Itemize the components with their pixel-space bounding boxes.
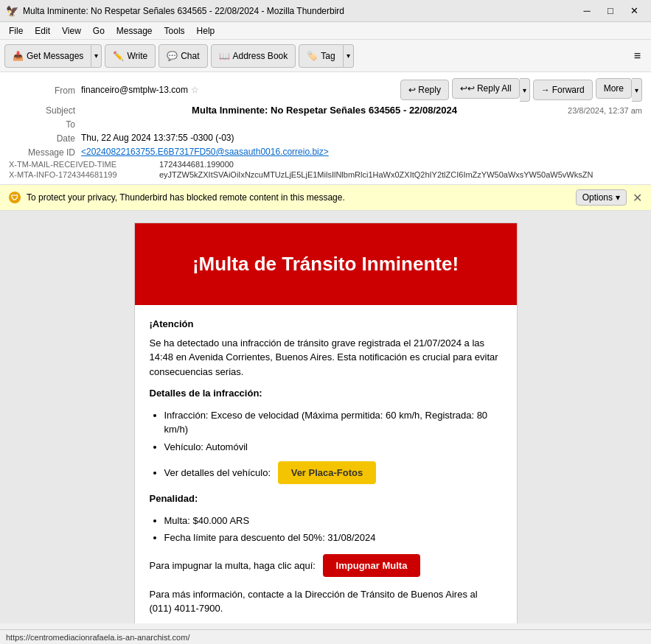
reply-all-button[interactable]: ↩↩ Reply All: [452, 78, 520, 99]
get-messages-label: Get Messages: [27, 51, 83, 61]
menu-view[interactable]: View: [56, 24, 87, 38]
statusbar-url: https://centromediacionrafaela.is-an-ana…: [6, 633, 189, 642]
vehicle-detail-list: Ver detalles del vehículo: Ver Placa-Fot…: [164, 461, 502, 484]
write-label: Write: [127, 51, 147, 61]
menu-edit[interactable]: Edit: [29, 24, 56, 38]
menu-tools[interactable]: Tools: [159, 24, 191, 38]
ver-detalles-prefix: Ver detalles del vehículo:: [164, 467, 271, 478]
forward-icon: →: [541, 85, 550, 95]
reply-all-dropdown[interactable]: ▾: [520, 78, 530, 102]
email-banner: ¡Multa de Tránsito Inminente!: [135, 223, 517, 305]
chat-icon: 💬: [167, 51, 178, 61]
impugnar-row: Para impugnar la multa, haga clic aquí: …: [150, 554, 502, 577]
penalty-item-2: Fecha límite para descuento del 50%: 31/…: [164, 531, 502, 545]
privacy-banner: 🛡 To protect your privacy, Thunderbird h…: [0, 185, 651, 211]
get-messages-dropdown[interactable]: ▾: [91, 44, 102, 68]
impugnar-prefix: Para impugnar la multa, haga clic aquí:: [150, 560, 316, 571]
privacy-text: To protect your privacy, Thunderbird has…: [27, 192, 570, 203]
banner-title: ¡Multa de Tránsito Inminente!: [192, 253, 459, 275]
subject-label: Subject: [9, 105, 75, 116]
reply-all-icon: ↩↩: [460, 83, 475, 94]
infraction-list: Infracción: Exceso de velocidad (Máxima …: [164, 408, 502, 455]
address-book-button[interactable]: 📖 Address Book: [211, 44, 296, 68]
infraction-item-2: Vehículo: Automóvil: [164, 440, 502, 455]
message-id-label: Message ID: [9, 147, 75, 158]
tag-button[interactable]: 🏷️ Tag: [299, 44, 343, 68]
close-button[interactable]: ✕: [623, 4, 645, 18]
write-icon: ✏️: [113, 51, 124, 61]
ver-placa-button[interactable]: Ver Placa-Fotos: [278, 461, 377, 484]
chat-button[interactable]: 💬 Chat: [159, 44, 207, 68]
menu-file[interactable]: File: [3, 24, 29, 38]
get-messages-icon: 📥: [13, 51, 24, 61]
menubar: File Edit View Go Message Tools Help: [0, 22, 651, 40]
email-body-area: ¡Multa de Tránsito Inminente! ¡Atención …: [0, 211, 651, 623]
email-actions: ↩ Reply ↩↩ Reply All ▾ → Forward More ▾: [400, 78, 642, 102]
star-icon[interactable]: ☆: [191, 85, 199, 95]
titlebar: 🦅 Multa Inminente: No Respetar Señales 6…: [0, 0, 651, 22]
write-button[interactable]: ✏️ Write: [105, 44, 156, 68]
statusbar: https://centromediacionrafaela.is-an-ana…: [0, 629, 651, 644]
reply-all-label: Reply All: [477, 83, 512, 94]
forward-label: Forward: [552, 85, 585, 95]
more-label: More: [604, 83, 624, 94]
chat-label: Chat: [181, 51, 199, 61]
maximize-button[interactable]: □: [599, 4, 622, 18]
menu-go[interactable]: Go: [87, 24, 111, 38]
privacy-icon: 🛡: [9, 192, 21, 203]
tag-icon: 🏷️: [307, 51, 318, 61]
get-messages-group: 📥 Get Messages ▾: [4, 44, 102, 68]
email-body-content: ¡Atención Se ha detectado una infracción…: [135, 305, 517, 623]
to-label: To: [9, 119, 75, 130]
tag-dropdown[interactable]: ▾: [344, 44, 354, 68]
x-tm-label: X-TM-MAIL-RECEIVED-TIME: [9, 160, 156, 169]
address-book-label: Address Book: [233, 51, 288, 61]
from-value: financeiro@smtplw-13.com: [81, 85, 188, 95]
minimize-button[interactable]: ─: [576, 4, 598, 18]
date-value: Thu, 22 Aug 2024 13:37:55 -0300 (-03): [81, 133, 234, 143]
contact-text: Para más información, contacte a la Dire…: [150, 587, 502, 616]
hamburger-button[interactable]: ≡: [628, 46, 647, 66]
vehicle-detail-item: Ver detalles del vehículo: Ver Placa-Fot…: [164, 461, 502, 484]
attention-body: Se ha detectado una infracción de tránsi…: [150, 336, 502, 379]
privacy-options-label: Options: [582, 192, 613, 203]
x-mta-label: X-MTA-INFO-1724344681199: [9, 170, 156, 179]
impugnar-button[interactable]: Impugnar Multa: [323, 554, 421, 577]
infraction-item-1: Infracción: Exceso de velocidad (Máxima …: [164, 408, 502, 437]
penalty-item-1: Multa: $40.000 ARS: [164, 514, 502, 528]
email-header: From financeiro@smtplw-13.com ☆ ↩ Reply …: [0, 72, 651, 185]
reply-button[interactable]: ↩ Reply: [400, 80, 449, 100]
reply-icon: ↩: [408, 85, 416, 95]
from-label: From: [9, 85, 75, 96]
more-button[interactable]: More: [596, 78, 632, 99]
window-controls: ─ □ ✕: [576, 4, 645, 18]
attention-title: ¡Atención: [150, 317, 502, 332]
email-content: ¡Multa de Tránsito Inminente! ¡Atención …: [134, 223, 518, 623]
menu-message[interactable]: Message: [111, 24, 159, 38]
reply-all-group: ↩↩ Reply All ▾: [452, 78, 530, 102]
toolbar: 📥 Get Messages ▾ ✏️ Write 💬 Chat 📖 Addre…: [0, 40, 651, 72]
app-icon: 🦅: [6, 5, 18, 17]
menu-help[interactable]: Help: [191, 24, 221, 38]
date-label: Date: [9, 133, 75, 144]
subject-value: Multa Inminente: No Respetar Señales 634…: [192, 105, 457, 116]
privacy-options-button[interactable]: Options ▾: [576, 189, 627, 206]
x-tm-value: 1724344681.199000: [159, 160, 234, 169]
tag-group: 🏷️ Tag ▾: [299, 44, 353, 68]
x-mta-value: eyJTZW5kZXItSVAiOiIxNzcuMTUzLjE5LjE1Mils…: [159, 170, 593, 179]
reply-label: Reply: [418, 85, 441, 95]
get-messages-button[interactable]: 📥 Get Messages: [4, 44, 91, 68]
penalty-title: Penalidad:: [150, 491, 502, 506]
penalty-list: Multa: $40.000 ARS Fecha límite para des…: [164, 514, 502, 545]
window-title: Multa Inminente: No Respetar Señales 634…: [23, 6, 576, 16]
message-id-value[interactable]: <20240822163755.E6B7317FD50@saasauth0016…: [81, 147, 329, 157]
forward-button[interactable]: → Forward: [533, 80, 593, 100]
tag-label: Tag: [321, 51, 335, 61]
privacy-close-button[interactable]: ✕: [633, 191, 642, 205]
address-book-icon: 📖: [219, 51, 230, 61]
more-dropdown[interactable]: ▾: [632, 78, 642, 102]
date-display: 23/8/2024, 12:37 am: [568, 106, 642, 115]
details-title: Detalles de la infracción:: [150, 386, 502, 401]
privacy-options-chevron: ▾: [616, 192, 620, 203]
more-group: More ▾: [596, 78, 642, 102]
